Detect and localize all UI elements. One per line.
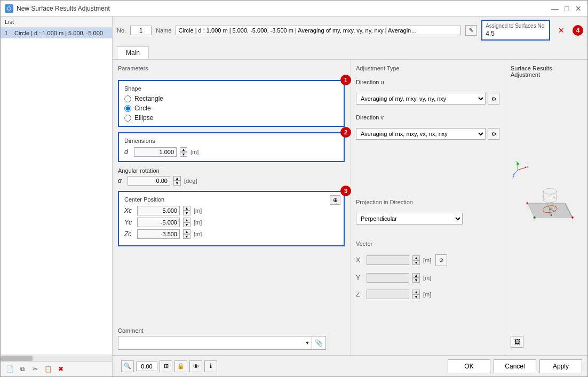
svg-point-11 <box>543 188 557 194</box>
minimize-button[interactable]: — <box>550 4 560 13</box>
alpha-spin-down[interactable]: ▼ <box>173 181 181 186</box>
projection-select[interactable]: Perpendicular <box>356 213 463 224</box>
list-panel: List 1 Circle | d : 1.000 m | 5.000, -5.… <box>1 17 113 376</box>
d-input[interactable] <box>134 147 177 157</box>
no-input[interactable] <box>130 26 152 35</box>
right-panel: No. Name ✎ Assigned to Surfaces No. 4,5 … <box>113 17 587 376</box>
center-position-badge: 3 <box>340 186 351 196</box>
lock-button[interactable]: 🔒 <box>174 360 187 372</box>
info-button[interactable]: ℹ <box>204 360 217 372</box>
comment-attach-button[interactable]: 📎 <box>312 336 325 349</box>
assigned-clear-button[interactable]: ✕ <box>557 26 566 35</box>
name-edit-button[interactable]: ✎ <box>465 25 477 36</box>
window-title: New Surface Results Adjustment <box>17 5 547 12</box>
vector-x-input[interactable] <box>367 255 409 265</box>
list-copy-button[interactable]: ⧉ <box>17 364 28 374</box>
svg-line-4 <box>513 170 518 175</box>
shape-circle-option[interactable]: Circle <box>124 105 338 112</box>
snap-button[interactable]: 🔍 <box>121 360 134 372</box>
preview-tool-button[interactable]: 🖼 <box>511 336 523 348</box>
direction-v-select[interactable]: Averaging of mx, mxy, vx, nx, nxy <box>356 128 486 140</box>
parameters-label: Parameters <box>118 65 345 71</box>
maximize-button[interactable]: □ <box>562 4 571 13</box>
apply-button[interactable]: Apply <box>539 359 582 373</box>
ok-button[interactable]: OK <box>448 359 490 373</box>
xc-spin-up[interactable]: ▲ <box>183 206 190 211</box>
xc-input[interactable] <box>137 206 180 215</box>
view-button[interactable]: 👁 <box>189 360 202 372</box>
vector-x-label: X <box>356 256 363 264</box>
vector-x-spinners: ▲ ▼ <box>412 255 420 265</box>
name-label: Name <box>156 27 171 34</box>
alpha-input[interactable] <box>128 176 170 186</box>
preview-canvas: Y X Z <box>511 82 582 334</box>
center-position-box: Center Position ⊕ Xc ▲ ▼ [m] <box>118 191 345 246</box>
vector-z-unit: [m] <box>423 291 431 298</box>
preview-toolbar: 🖼 <box>511 334 582 350</box>
shape-circle-radio[interactable] <box>124 105 131 112</box>
cancel-button[interactable]: Cancel <box>494 359 536 373</box>
shape-ellipse-option[interactable]: Ellipse <box>124 114 338 122</box>
list-delete-button[interactable]: ✖ <box>55 364 67 374</box>
name-row: No. Name ✎ Assigned to Surfaces No. 4,5 … <box>113 17 587 44</box>
shape-ellipse-radio[interactable] <box>124 115 131 122</box>
zc-input[interactable] <box>137 229 180 239</box>
svg-text:X: X <box>527 166 529 169</box>
scrollbar-thumb <box>1 356 33 361</box>
vector-z-input[interactable] <box>367 290 409 299</box>
d-spin-down[interactable]: ▼ <box>180 152 187 157</box>
alpha-spin-up[interactable]: ▲ <box>173 176 181 181</box>
yc-input[interactable] <box>137 218 180 227</box>
list-paste-button[interactable]: 📋 <box>42 364 54 374</box>
bottom-left-toolbar: 🔍 ⊞ 🔒 👁 ℹ <box>118 360 444 372</box>
close-button[interactable]: ✕ <box>574 4 583 13</box>
parameters-column: Parameters Shape Rectangle <box>113 60 350 355</box>
direction-u-settings-button[interactable]: ⚙ <box>488 93 499 105</box>
comment-text-input[interactable] <box>118 339 325 347</box>
vector-x-unit: [m] <box>423 257 431 263</box>
d-spin-up[interactable]: ▲ <box>180 147 187 152</box>
vector-y-input[interactable] <box>367 273 409 283</box>
vector-z-spinners: ▲ ▼ <box>412 290 420 299</box>
xc-row: Xc ▲ ▼ [m] <box>124 206 338 215</box>
vector-x-spin-down: ▼ <box>412 260 420 265</box>
list-new-button[interactable]: 📄 <box>4 364 15 374</box>
d-spinners: ▲ ▼ <box>180 147 187 157</box>
zc-spin-down[interactable]: ▼ <box>183 234 190 239</box>
snap-value-input[interactable] <box>136 362 157 371</box>
shape-title: Shape <box>124 85 338 92</box>
svg-marker-6 <box>517 163 519 164</box>
list-item[interactable]: 1 Circle | d : 1.000 m | 5.000, -5.000 <box>1 28 112 38</box>
list-item-number: 1 <box>5 30 12 36</box>
alpha-spinners: ▲ ▼ <box>173 176 181 186</box>
pick-button[interactable]: ⊕ <box>330 195 340 205</box>
direction-v-settings-button[interactable]: ⚙ <box>488 128 499 140</box>
d-unit: [m] <box>190 149 198 155</box>
yc-spin-up[interactable]: ▲ <box>183 218 190 222</box>
name-input[interactable] <box>176 26 461 35</box>
yc-spin-down[interactable]: ▼ <box>183 222 190 227</box>
xc-spin-down[interactable]: ▼ <box>183 211 190 215</box>
spacer2 <box>356 149 499 194</box>
direction-u-select[interactable]: Averaging of my, mxy, vy, ny, nxy <box>356 93 486 105</box>
vector-x-row: X ▲ ▼ [m] ⊙ <box>356 254 499 266</box>
alpha-label: α <box>118 177 124 185</box>
angular-rotation-section: Angular rotation α ▲ ▼ [deg] <box>118 167 345 186</box>
comment-section: Comment ▼ 📎 <box>118 327 345 350</box>
tab-main[interactable]: Main <box>117 46 149 59</box>
assigned-label: Assigned to Surfaces No. <box>486 23 546 29</box>
svg-point-24 <box>526 202 528 204</box>
comment-dropdown-button[interactable]: ▼ <box>303 336 312 349</box>
vector-y-label: Y <box>356 274 363 282</box>
list-cut-button[interactable]: ✂ <box>29 364 41 374</box>
preview-column: Surface Results Adjustment Y X <box>505 60 587 355</box>
list-scrollbar[interactable] <box>1 355 112 361</box>
projection-title: Projection in Direction <box>356 199 499 205</box>
title-bar: ⬡ New Surface Results Adjustment — □ ✕ <box>1 1 587 17</box>
zc-spin-up[interactable]: ▲ <box>183 229 190 234</box>
grid-button[interactable]: ⊞ <box>160 360 172 372</box>
vector-settings-button: ⊙ <box>435 254 447 266</box>
dimensions-row: d ▲ ▼ [m] <box>124 147 338 157</box>
shape-rectangle-option[interactable]: Rectangle <box>124 95 338 102</box>
shape-rectangle-radio[interactable] <box>124 95 131 102</box>
